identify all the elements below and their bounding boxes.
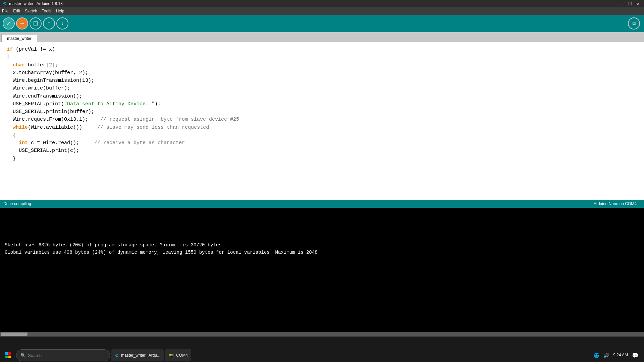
open-button[interactable]: ↑ <box>43 17 55 29</box>
title-bar-controls: ─ ❐ ✕ <box>620 1 641 6</box>
volume-icon: 🔊 <box>603 353 609 358</box>
taskbar-search[interactable]: 🔍 Search <box>16 349 110 361</box>
taskbar-app-arduino[interactable]: ⚙ master_writer | Ardu... <box>111 349 164 361</box>
serial-monitor-button[interactable]: ⊡ <box>628 17 640 29</box>
menu-sketch[interactable]: Sketch <box>25 9 37 13</box>
arduino-icon: ⚙ <box>115 353 119 358</box>
toolbar-right: ⊡ <box>628 17 641 29</box>
com4-icon: 📟 <box>168 353 174 358</box>
console-global-variables: Global variables use 498 bytes (24%) of … <box>5 249 639 256</box>
title-bar-left: ⚙ master_writer | Arduino 1.8.13 <box>3 1 63 6</box>
save-button[interactable]: ↓ <box>56 17 68 29</box>
svg-rect-1 <box>8 352 11 355</box>
minimize-button[interactable]: ─ <box>620 1 626 6</box>
menu-help[interactable]: Help <box>56 9 64 13</box>
taskbar-app-com4[interactable]: 📟 COM4 <box>165 349 191 361</box>
taskbar-com4-label: COM4 <box>176 353 188 358</box>
code-content: if (preVal != x) { char buffer[2]; x.toC… <box>7 46 637 163</box>
svg-rect-3 <box>8 356 11 358</box>
title-icon: ⚙ <box>3 1 7 6</box>
tab-master-writer[interactable]: master_writer <box>1 34 37 42</box>
clock-time: 9:24 AM <box>613 353 628 358</box>
svg-rect-0 <box>5 352 8 355</box>
toolbar: ✓ → □ ↑ ↓ ⊡ <box>0 15 644 32</box>
system-clock: 9:24 AM <box>613 353 628 358</box>
tabs-bar: master_writer <box>0 32 644 42</box>
upload-button[interactable]: → <box>16 17 28 29</box>
console-line <box>5 219 639 226</box>
console-output: Sketch uses 6326 bytes (20%) of program … <box>0 208 644 332</box>
taskbar-arduino-label: master_writer | Ardu... <box>121 353 160 358</box>
console-line <box>5 234 639 241</box>
status-message: Done compiling. <box>3 201 32 206</box>
console-line <box>5 226 639 234</box>
code-editor[interactable]: if (preVal != x) { char buffer[2]; x.toC… <box>0 42 644 200</box>
console-sketch-storage: Sketch uses 6326 bytes (20%) of program … <box>5 241 639 249</box>
verify-button[interactable]: ✓ <box>3 17 15 29</box>
network-icon: 🌐 <box>594 353 599 358</box>
window-title: master_writer | Arduino 1.8.13 <box>9 1 63 6</box>
menu-bar: File Edit Sketch Tools Help <box>0 7 644 15</box>
new-button[interactable]: □ <box>30 17 42 29</box>
console-line <box>5 211 639 219</box>
menu-file[interactable]: File <box>2 9 8 13</box>
menu-edit[interactable]: Edit <box>13 9 20 13</box>
horizontal-scrollbar[interactable] <box>0 332 644 337</box>
status-bar: Done compiling. Arduino Nano on COM4 <box>0 200 644 208</box>
notification-icon[interactable]: 💬 <box>632 352 639 359</box>
scrollbar-thumb[interactable] <box>1 333 28 336</box>
board-status: Arduino Nano on COM4 <box>594 201 641 206</box>
taskbar-search-placeholder: Search <box>28 353 42 358</box>
tab-label: master_writer <box>7 36 32 41</box>
restore-button[interactable]: ❐ <box>627 1 634 6</box>
start-button[interactable] <box>1 349 15 362</box>
svg-rect-2 <box>5 356 8 358</box>
taskbar-tray: 🌐 🔊 9:24 AM 💬 <box>594 352 643 359</box>
close-button[interactable]: ✕ <box>635 1 641 6</box>
menu-tools[interactable]: Tools <box>42 9 51 13</box>
title-bar: ⚙ master_writer | Arduino 1.8.13 ─ ❐ ✕ <box>0 0 644 7</box>
taskbar: 🔍 Search ⚙ master_writer | Ardu... 📟 COM… <box>0 349 644 362</box>
